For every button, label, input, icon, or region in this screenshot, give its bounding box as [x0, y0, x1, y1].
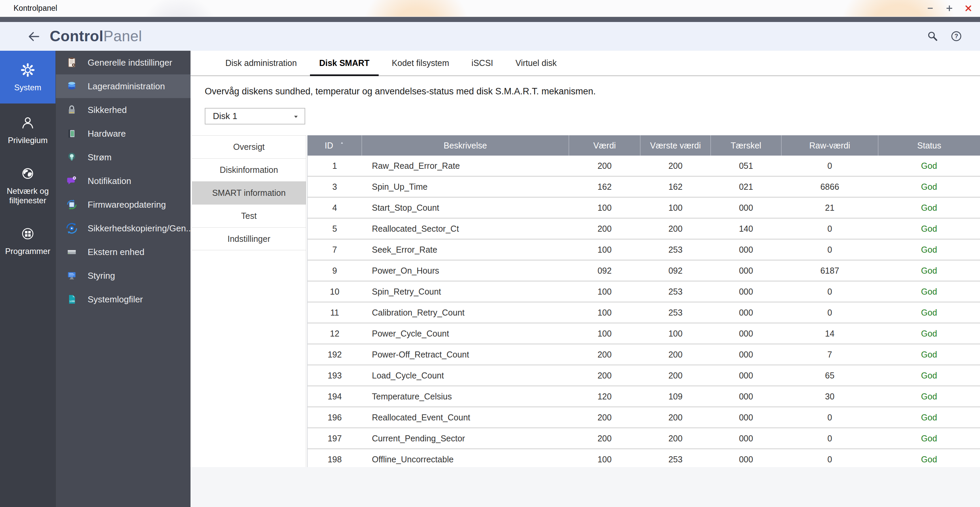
- sidebar-category-label: Netværk og filtjenester: [7, 186, 49, 205]
- subnav-test[interactable]: Test: [192, 204, 306, 227]
- storage-disks-icon: [65, 80, 78, 93]
- sidebar-item-strom[interactable]: Strøm: [56, 145, 191, 169]
- sidebar-item-generelle-indstillinger[interactable]: Generelle indstillinger: [56, 51, 191, 75]
- sidebar-category-netvaerk[interactable]: Netværk og filtjenester: [0, 156, 56, 215]
- table-row[interactable]: 9 Power_On_Hours 092 092 000 6187 God: [308, 260, 980, 281]
- table-row[interactable]: 1 Raw_Read_Error_Rate 200 200 051 0 God: [308, 156, 980, 176]
- cell-description: Raw_Read_Error_Rate: [362, 156, 569, 176]
- tab-disk-administration[interactable]: Disk administration: [216, 51, 306, 75]
- cell-id: 5: [308, 218, 362, 239]
- column-header[interactable]: Værste værdi: [640, 135, 711, 156]
- table-row[interactable]: 4 Start_Stop_Count 100 100 000 21 God: [308, 197, 980, 218]
- sidebar-item-styring[interactable]: Styring: [56, 264, 191, 288]
- cell-description: Power_Cycle_Count: [362, 323, 569, 344]
- help-icon[interactable]: [950, 29, 963, 43]
- monitor-icon: [65, 269, 78, 282]
- cell-status: God: [878, 449, 980, 470]
- minimize-button[interactable]: [924, 2, 936, 14]
- cell-threshold: 000: [711, 281, 781, 302]
- notification-bubble-icon: [65, 175, 78, 188]
- column-header[interactable]: Raw-værdi: [781, 135, 878, 156]
- table-row[interactable]: 3 Spin_Up_Time 162 162 021 6866 God: [308, 176, 980, 197]
- apps-grid-icon: [20, 226, 35, 242]
- maximize-button[interactable]: [943, 2, 955, 14]
- cell-status: God: [878, 365, 980, 386]
- sidebar-item-sikkerhed[interactable]: Sikkerhed: [56, 98, 191, 122]
- tab-label: Kodet filsystem: [392, 58, 449, 68]
- subnav-oversigt[interactable]: Oversigt: [192, 135, 306, 158]
- tab-label: Disk administration: [225, 58, 297, 68]
- column-header[interactable]: Status: [878, 135, 980, 156]
- subnav-smart-information[interactable]: SMART information: [192, 181, 306, 204]
- table-row[interactable]: 12 Power_Cycle_Count 100 100 000 14 God: [308, 323, 980, 344]
- table-row[interactable]: 198 Offline_Uncorrectable 100 253 000 0 …: [308, 449, 980, 470]
- cell-raw-value: 6187: [781, 260, 878, 281]
- maximize-icon: [945, 4, 954, 13]
- cell-value: 100: [569, 449, 640, 470]
- search-icon[interactable]: [926, 29, 939, 43]
- table-row[interactable]: 196 Reallocated_Event_Count 200 200 000 …: [308, 407, 980, 428]
- column-header[interactable]: Værdi: [569, 135, 640, 156]
- disk-selector-dropdown[interactable]: Disk 1: [205, 108, 305, 124]
- close-button[interactable]: [963, 2, 974, 14]
- sidebar-item-label: Sikkerhedskopiering/Gen...: [88, 223, 191, 234]
- cell-worst-value: 092: [640, 260, 711, 281]
- cell-id: 10: [308, 281, 362, 302]
- table-row[interactable]: 5 Reallocated_Sector_Ct 200 200 140 0 Go…: [308, 218, 980, 239]
- column-header-label: Værdi: [593, 141, 616, 150]
- sidebar-category-programmer[interactable]: Programmer: [0, 215, 56, 267]
- cell-value: 200: [569, 156, 640, 176]
- table-row[interactable]: 7 Seek_Error_Rate 100 253 000 0 God: [308, 239, 980, 260]
- table-row[interactable]: 10 Spin_Retry_Count 100 253 000 0 God: [308, 281, 980, 302]
- sidebar-item-lageradministration[interactable]: Lageradministration: [56, 75, 191, 98]
- close-icon: [964, 4, 972, 13]
- column-header[interactable]: Beskrivelse: [362, 135, 569, 156]
- sidebar-item-systemlogfiler[interactable]: Systemlogfiler: [56, 288, 191, 311]
- cell-status: God: [878, 281, 980, 302]
- app-header: ControlPanel: [0, 22, 980, 51]
- subnav-table-divider: [306, 135, 306, 507]
- sidebar-category-privilegium[interactable]: Privilegium: [0, 103, 56, 156]
- cell-worst-value: 253: [640, 449, 711, 470]
- cell-worst-value: 253: [640, 239, 711, 260]
- tab-kodet-filsystem[interactable]: Kodet filsystem: [383, 51, 458, 75]
- cell-raw-value: 65: [781, 365, 878, 386]
- tab-disk-smart[interactable]: Disk SMART: [310, 51, 379, 75]
- sort-asc-icon: [339, 141, 345, 146]
- column-header[interactable]: Tærskel: [711, 135, 781, 156]
- cell-threshold: 000: [711, 260, 781, 281]
- table-row[interactable]: 193 Load_Cycle_Count 200 200 000 65 God: [308, 365, 980, 386]
- sidebar-category-label: System: [14, 83, 41, 92]
- content-footer-area: [191, 467, 980, 507]
- cell-status: God: [878, 197, 980, 218]
- tab-iscsi[interactable]: iSCSI: [462, 51, 502, 75]
- cell-threshold: 051: [711, 156, 781, 176]
- sidebar-item-hardware[interactable]: Hardware: [56, 122, 191, 145]
- sidebar-item-firmwareopdatering[interactable]: Firmwareopdatering: [56, 193, 191, 216]
- tab-virtuel-disk[interactable]: Virtuel disk: [506, 51, 566, 75]
- sidebar-item-notifikation[interactable]: Notifikation: [56, 169, 191, 193]
- cell-value: 200: [569, 407, 640, 428]
- log-file-icon: [65, 293, 78, 306]
- hardware-icon: [65, 127, 78, 140]
- subnav-diskinformation[interactable]: Diskinformation: [192, 158, 306, 181]
- sidebar-category-system[interactable]: System: [0, 51, 56, 103]
- table-row[interactable]: 192 Power-Off_Retract_Count 200 200 000 …: [308, 344, 980, 365]
- cell-value: 162: [569, 176, 640, 197]
- window-titlebar[interactable]: Kontrolpanel: [0, 0, 980, 17]
- sidebar-item-sikkerhedskopiering[interactable]: Sikkerhedskopiering/Gen...: [56, 216, 191, 240]
- cell-worst-value: 109: [640, 386, 711, 407]
- back-arrow-icon[interactable]: [27, 30, 41, 43]
- globe-icon: [20, 166, 35, 181]
- cell-value: 120: [569, 386, 640, 407]
- table-row[interactable]: 194 Temperature_Celsius 120 109 000 30 G…: [308, 386, 980, 407]
- column-header[interactable]: ID: [308, 135, 362, 156]
- cell-worst-value: 162: [640, 176, 711, 197]
- cell-id: 197: [308, 428, 362, 449]
- subnav-indstillinger[interactable]: Indstillinger: [192, 227, 306, 250]
- table-row[interactable]: 197 Current_Pending_Sector 200 200 000 0…: [308, 428, 980, 449]
- sidebar-item-ekstern-enhed[interactable]: Ekstern enhed: [56, 240, 191, 264]
- disk-selector-value: Disk 1: [213, 111, 237, 121]
- table-row[interactable]: 11 Calibration_Retry_Count 100 253 000 0…: [308, 302, 980, 323]
- cell-description: Calibration_Retry_Count: [362, 302, 569, 323]
